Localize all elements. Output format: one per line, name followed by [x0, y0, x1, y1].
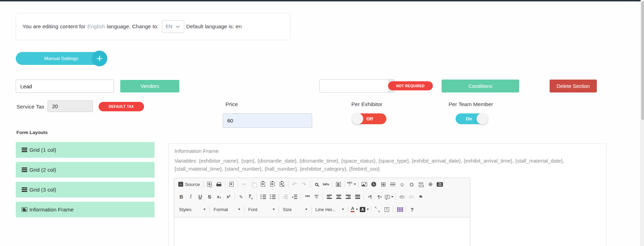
format-combo[interactable]: Format: [211, 205, 243, 214]
manual-settings-button[interactable]: Manual Settings +: [16, 52, 107, 65]
flash-button[interactable]: ϟ: [369, 180, 379, 189]
toolbar-separator: [279, 206, 279, 213]
anchor-button[interactable]: ⚑: [416, 192, 425, 201]
plus-icon[interactable]: +: [92, 51, 107, 66]
print-button[interactable]: [214, 180, 224, 189]
undo-icon: ↶: [292, 181, 297, 188]
spellcheck-button[interactable]: ABC ✓: [346, 180, 357, 189]
toolbar-separator: [225, 181, 226, 188]
default-tax-badge[interactable]: DEFAULT TAX: [99, 102, 144, 111]
align-justify-button[interactable]: [353, 192, 362, 201]
pilcrow-icon: ¶: [378, 195, 380, 199]
date-input[interactable]: [319, 79, 388, 92]
align-left-button[interactable]: [324, 192, 334, 201]
search-icon: [315, 183, 318, 186]
service-tax-label: Service Tax: [16, 104, 44, 110]
link-button[interactable]: [397, 192, 407, 201]
scrollbar-thumb[interactable]: [641, 1, 644, 120]
bold-button[interactable]: B: [177, 192, 186, 201]
replace-button[interactable]: b⇄a: [321, 180, 331, 189]
remove-format-button[interactable]: Tx: [246, 192, 255, 201]
date-input-group: [319, 79, 382, 92]
size-combo-label: Size: [283, 207, 292, 212]
delete-section-button[interactable]: Delete Section: [550, 80, 597, 92]
conditions-button[interactable]: Conditions: [442, 80, 519, 92]
show-blocks-button[interactable]: ¶: [382, 205, 392, 214]
layout-item-grid-2col[interactable]: Grid (2 col): [16, 162, 155, 178]
numbered-list-icon: [260, 195, 266, 199]
copy-button: [249, 180, 258, 189]
align-right-button[interactable]: [343, 192, 353, 201]
text-direction-rtl-button[interactable]: ¶◂: [375, 192, 384, 201]
paste-button[interactable]: [258, 180, 268, 189]
size-combo[interactable]: Size: [280, 205, 310, 214]
scrollbar-track[interactable]: [641, 0, 644, 246]
table-button[interactable]: ⊞: [379, 180, 388, 189]
find-button[interactable]: [312, 180, 321, 189]
per-team-member-toggle[interactable]: On: [456, 113, 488, 124]
spellcheck-icon: ABC ✓: [347, 182, 352, 187]
templates-button[interactable]: [227, 180, 236, 189]
horizontal-rule-button[interactable]: [388, 180, 398, 189]
youtube-text-bottom: Tube: [438, 184, 442, 186]
styles-combo[interactable]: Styles: [177, 205, 208, 214]
page-break-button[interactable]: [416, 180, 426, 189]
text-direction-ltr-button[interactable]: ▸¶: [365, 192, 375, 201]
vendors-button[interactable]: Vendors: [120, 80, 179, 92]
paste-as-text-button[interactable]: T: [268, 180, 277, 189]
layout-item-label: Grid (2 col): [29, 167, 56, 173]
toolbar-separator: [364, 193, 364, 200]
service-tax-input[interactable]: [48, 100, 93, 112]
image-button[interactable]: [360, 180, 369, 189]
table-icon: ⊞: [381, 181, 386, 188]
rich-text-editor: ‹› Source ✂ T W ↶ ↷ b⇄a A: [174, 178, 470, 246]
select-all-button[interactable]: [334, 180, 343, 189]
youtube-button[interactable]: You Tube: [435, 180, 445, 189]
background-color-button[interactable]: A: [359, 205, 370, 214]
layout-item-information-frame[interactable]: Information Frame: [16, 202, 155, 217]
italic-button[interactable]: I: [186, 192, 195, 201]
strikethrough-button[interactable]: S: [205, 192, 214, 201]
div-container-icon: DIV ‹/›: [315, 195, 319, 199]
smiley-button[interactable]: ☺: [398, 180, 407, 189]
section-name-input[interactable]: [16, 80, 114, 93]
paste-from-word-button[interactable]: W: [277, 180, 287, 189]
per-team-member-toggle-state: On: [466, 116, 472, 121]
price-input[interactable]: [223, 113, 312, 128]
copy-icon: [251, 182, 255, 186]
increase-indent-button[interactable]: ▸: [290, 192, 299, 201]
special-char-button[interactable]: Ω: [407, 180, 416, 189]
superscript-button[interactable]: x²: [224, 192, 233, 201]
decrease-indent-button: ◂: [280, 192, 290, 201]
bulleted-list-button[interactable]: [268, 192, 277, 201]
copy-formatting-button[interactable]: ✎: [236, 192, 246, 201]
numbered-list-button[interactable]: [258, 192, 268, 201]
not-required-badge[interactable]: NOT REQUIRED: [388, 81, 433, 90]
source-button[interactable]: ‹› Source: [177, 180, 202, 189]
div-container-button[interactable]: DIV ‹/›: [312, 192, 321, 201]
about-button[interactable]: ?: [407, 205, 417, 214]
smiley-icon: ☺: [400, 181, 405, 187]
line-height-combo[interactable]: Line Hei...: [313, 205, 346, 214]
subscript-button[interactable]: x₂: [214, 192, 224, 201]
maximize-button[interactable]: ↖ ↘: [373, 205, 382, 214]
per-exhibitor-toggle-state: Off: [366, 116, 373, 121]
toolbar-separator: [209, 206, 210, 213]
token-grid-button[interactable]: [395, 205, 404, 214]
blockquote-button[interactable]: ””: [302, 194, 312, 203]
language-button[interactable]: [384, 192, 394, 201]
show-blocks-icon: ¶: [385, 207, 389, 212]
image-icon: [362, 182, 367, 186]
editor-content-area[interactable]: [174, 217, 470, 246]
language-select[interactable]: EN: [162, 20, 184, 33]
underline-button[interactable]: U: [195, 192, 205, 201]
text-color-button[interactable]: A: [350, 205, 359, 214]
layout-item-grid-3col[interactable]: Grid (3 col): [16, 182, 155, 197]
select-all-icon: [336, 182, 341, 187]
align-center-button[interactable]: [334, 192, 343, 201]
font-combo[interactable]: Font: [246, 205, 277, 214]
preview-button[interactable]: [205, 180, 214, 189]
iframe-button[interactable]: ⊕: [426, 180, 435, 189]
per-exhibitor-toggle[interactable]: Off: [352, 113, 386, 124]
layout-item-grid-1col[interactable]: Grid (1 col): [16, 142, 155, 158]
